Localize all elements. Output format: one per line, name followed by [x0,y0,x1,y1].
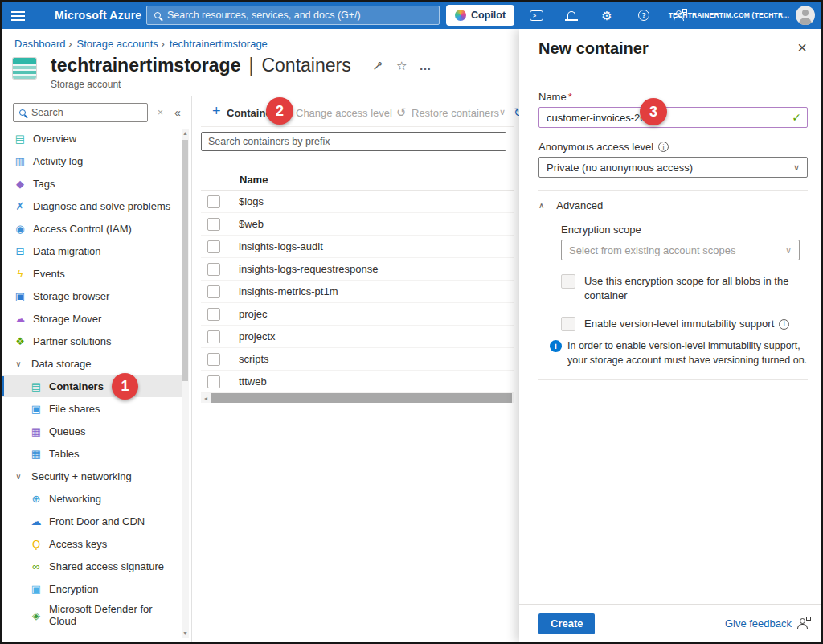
container-name-link[interactable]: tttweb [239,375,267,388]
horizontal-scrollbar-thumb[interactable] [211,393,512,403]
sidebar-item-label: Microsoft Defender for Cloud [49,603,162,627]
sidebar-item-activity-log[interactable]: ▥ Activity log [2,150,182,172]
brand-title[interactable]: Microsoft Azure [55,9,141,22]
sidebar-item-encryption[interactable]: ▣ Encryption [2,577,182,600]
encryption-scope-dropdown[interactable]: Select from existing account scopes ∨ [561,240,800,260]
info-filled-icon: i [550,340,562,352]
sidebar-item-file-shares[interactable]: ▣ File shares [2,397,182,420]
settings-button[interactable]: ⚙ [596,7,617,23]
table-row-tttweb[interactable]: tttweb [201,371,514,393]
table-row-insights-logs-audit[interactable]: insights-logs-audit [201,236,514,258]
access-level-dropdown[interactable]: Private (no anonymous access) ∨ [538,157,808,178]
sidebar-item-access-control-iam[interactable]: ◉ Access Control (IAM) [2,217,182,240]
top-bar: Microsoft Azure Search resources, servic… [2,2,821,29]
sidebar-item-containers[interactable]: ▤ Containers 1 [2,375,182,397]
sidebar-item-shared-access-signature[interactable]: ∞ Shared access signature [2,555,182,577]
scroll-up-icon[interactable]: ▲ [182,130,189,136]
table-row-$logs[interactable]: $logs [201,191,514,213]
table-row-scripts[interactable]: scripts [201,348,514,371]
required-asterisk: * [568,91,572,103]
sidebar-scrollbar[interactable]: ▲ ▼ [182,129,189,638]
sidebar-item-data-migration[interactable]: ⊟ Data migration [2,240,182,262]
sidebar-item-tags[interactable]: ◆ Tags [2,172,182,195]
row-checkbox[interactable] [207,353,220,366]
more-options-icon[interactable]: … [420,59,432,72]
table-row-projec[interactable]: projec [201,303,514,326]
table-row-insights-metrics-pt1m[interactable]: insights-metrics-pt1m [201,281,514,303]
row-checkbox[interactable] [207,195,220,208]
sidebar-item-networking[interactable]: ⊕ Networking [2,487,182,510]
immutability-checkbox[interactable] [561,317,575,331]
close-icon[interactable]: × [797,39,807,55]
sidebar-item-access-keys[interactable]: Ϙ Access keys [2,532,182,555]
sidebar-scrollbar-thumb[interactable] [182,140,188,381]
sidebar-item-diagnose-and-solve-problems[interactable]: ✗ Diagnose and solve problems [2,195,182,217]
sidebar-search-input[interactable] [31,107,128,118]
sidebar-item-events[interactable]: ϟ Events [2,262,182,285]
breadcrumb-link[interactable]: Storage accounts [77,38,158,50]
container-prefix-search-input[interactable] [201,132,506,151]
row-checkbox[interactable] [207,240,220,253]
container-name-link[interactable]: scripts [239,353,269,365]
row-checkbox[interactable] [207,263,220,276]
cloud-shell-button[interactable]: >_ [526,7,547,23]
sidebar-item-storage-mover[interactable]: ☁ Storage Mover [2,307,182,330]
help-button[interactable]: ? [633,7,654,23]
row-checkbox[interactable] [207,375,220,388]
horizontal-scrollbar[interactable]: ◂ [201,393,514,403]
container-name-link[interactable]: $web [239,218,264,230]
give-feedback-link[interactable]: Give feedback [725,617,809,630]
sidebar-item-tables[interactable]: ▦ Tables [2,442,182,465]
container-name-input[interactable] [538,107,808,128]
sidebar-item-microsoft-defender-for-cloud[interactable]: ◈ Microsoft Defender for Cloud [2,600,182,630]
sidebar-item-icon: ϟ [13,268,27,280]
sidebar-item-overview[interactable]: ▤ Overview [2,127,182,150]
sidebar-search-box[interactable] [13,103,148,122]
scroll-down-icon[interactable]: ▼ [182,630,189,636]
container-name-link[interactable]: projectx [239,330,276,343]
container-name-link[interactable]: insights-logs-requestresponse [239,263,378,275]
container-name-link[interactable]: projec [239,308,267,320]
advanced-section-toggle[interactable]: ∧ Advanced [538,199,808,211]
name-field-label: Name* [538,91,808,103]
sidebar-item-storage-browser[interactable]: ▣ Storage browser [2,285,182,307]
container-name-link[interactable]: insights-metrics-pt1m [239,285,338,297]
favorite-star-icon[interactable]: ☆ [396,59,407,73]
restore-containers-button[interactable]: Restore containers [412,107,499,119]
container-name-link[interactable]: $logs [239,195,264,207]
notifications-button[interactable] [561,7,582,23]
sidebar-item-label: Diagnose and solve problems [33,200,170,212]
row-checkbox[interactable] [207,330,220,343]
pin-icon[interactable]: ⊸ [368,56,387,75]
sidebar-item-icon: ▦ [29,425,43,437]
scroll-left-icon[interactable]: ◂ [201,395,211,402]
sidebar-item-security-networking[interactable]: ∨ Security + networking [2,465,182,487]
clear-search-icon[interactable]: × [158,107,163,118]
avatar[interactable] [796,6,815,25]
global-search-input[interactable]: Search resources, services, and docs (G+… [146,6,440,25]
global-search-placeholder: Search resources, services, and docs (G+… [167,10,361,21]
collapse-sidebar-icon[interactable]: « [174,106,181,119]
table-row-insights-logs-requestresponse[interactable]: insights-logs-requestresponse [201,258,514,281]
table-row-projectx[interactable]: projectx [201,326,514,348]
copilot-button[interactable]: Copilot [446,5,514,26]
row-checkbox[interactable] [207,308,220,321]
table-row-$web[interactable]: $web [201,213,514,236]
sidebar-item-front-door-and-cdn[interactable]: ☁ Front Door and CDN [2,510,182,532]
table-header-name[interactable]: Name [201,169,514,191]
sidebar-item-partner-solutions[interactable]: ❖ Partner solutions [2,330,182,352]
row-checkbox[interactable] [207,218,220,231]
sidebar-item-queues[interactable]: ▦ Queues [2,420,182,442]
breadcrumb-link[interactable]: techtrainertimstorage [170,38,268,50]
change-access-level-button[interactable]: Change access level [296,107,392,119]
row-checkbox[interactable] [207,285,220,298]
immutability-checkbox-row: Enable version-level immutability suppor… [561,317,808,331]
sidebar-item-data-storage[interactable]: ∨ Data storage [2,352,182,375]
scope-checkbox[interactable] [561,274,575,289]
container-name-link[interactable]: insights-logs-audit [239,240,323,252]
hamburger-menu-icon[interactable] [11,9,25,21]
account-label[interactable]: TECHTRAINERTIM.COM (TECHTR... [669,11,789,19]
breadcrumb-link[interactable]: Dashboard [14,38,66,50]
title-separator: | [248,55,253,76]
create-button[interactable]: Create [538,613,595,634]
